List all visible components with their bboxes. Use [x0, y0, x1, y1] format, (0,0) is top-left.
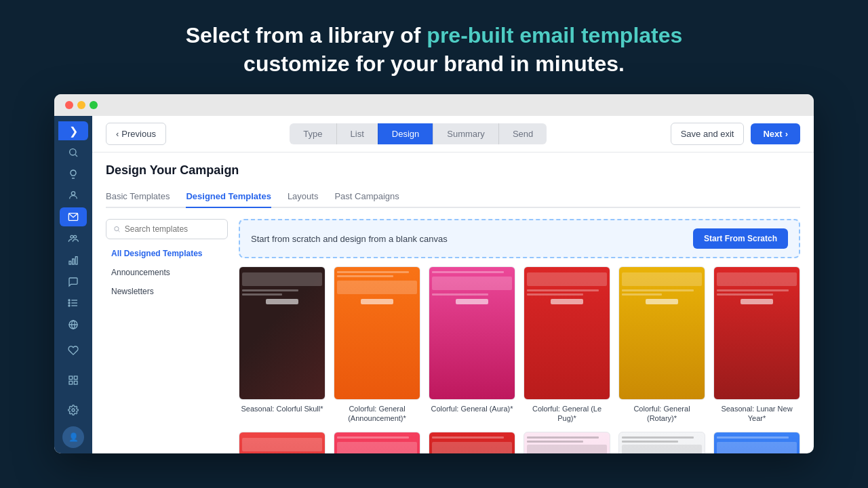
template-thumb-pink: [429, 266, 515, 400]
sidebar-icon-chart[interactable]: [60, 251, 87, 270]
next-arrow-icon: ›: [785, 129, 788, 139]
previous-label: Previous: [121, 129, 156, 139]
svg-point-2: [71, 192, 75, 195]
sidebar-icon-globe[interactable]: [60, 315, 87, 334]
svg-line-22: [118, 230, 119, 232]
category-announcements[interactable]: Announcements: [106, 264, 228, 281]
template-thumb-red-tiger: [713, 266, 800, 400]
category-all-designed[interactable]: All Designed Templates: [106, 245, 228, 262]
svg-rect-18: [69, 382, 73, 385]
template-card-cherry[interactable]: Colorful: General (Cherry)*: [334, 432, 420, 453]
next-label: Next: [763, 129, 782, 139]
main-content: ‹ Previous Type List Design Summary Send…: [92, 116, 814, 453]
next-button[interactable]: Next ›: [751, 123, 800, 144]
svg-point-20: [72, 409, 75, 411]
template-name-orange: Colorful: General (Announcement)*: [334, 404, 420, 424]
sidebar-bottom: 👤: [60, 337, 87, 448]
tab-send[interactable]: Send: [498, 123, 547, 144]
template-name-red-tiger: Seasonal: Lunar New Year*: [713, 404, 800, 424]
sidebar-icon-list[interactable]: [60, 294, 87, 313]
browser-chrome: [54, 94, 814, 116]
template-card-light-pink[interactable]: General: Newsletter (Pink)*: [524, 432, 610, 453]
template-thumb-skull: [239, 266, 326, 400]
sidebar-icon-email[interactable]: [60, 207, 87, 226]
svg-point-0: [70, 149, 76, 155]
template-name-yellow: Colorful: General (Rotary)*: [618, 404, 705, 424]
template-grid-row2: Seasonal: Lunar New Year 2*: [239, 432, 800, 453]
template-card-orange[interactable]: Colorful: General (Announcement)*: [334, 266, 420, 424]
template-card-red-lantern[interactable]: Seasonal: Lunar New Year 2*: [239, 432, 326, 453]
tab-type[interactable]: Type: [290, 123, 336, 144]
category-list: All Designed Templates Announcements New…: [106, 245, 228, 300]
template-thumb-light-pink: [524, 432, 610, 453]
template-card-pink[interactable]: Colorful: General (Aura)*: [429, 266, 515, 424]
left-panel: All Designed Templates Announcements New…: [106, 219, 228, 453]
save-exit-button[interactable]: Save and exit: [671, 123, 745, 145]
sidebar-icon-grid[interactable]: [60, 367, 87, 394]
sub-tabs: Basic Templates Designed Templates Layou…: [106, 186, 800, 208]
start-from-scratch-button[interactable]: Start From Scratch: [693, 228, 788, 249]
svg-rect-19: [74, 382, 77, 385]
template-card-password[interactable]: General: Password Reset*: [429, 432, 515, 453]
sidebar-icon-search[interactable]: [60, 143, 87, 162]
svg-point-4: [71, 235, 73, 238]
hero-text-before: Select from a library of: [186, 23, 427, 47]
template-card-red-dog[interactable]: Colorful: General (Le Pug)*: [524, 266, 610, 424]
tab-list[interactable]: List: [336, 123, 378, 144]
template-thumb-red-lantern: [239, 432, 326, 453]
scratch-bar: Start from scratch and design from a bla…: [239, 219, 800, 258]
previous-button[interactable]: ‹ Previous: [106, 123, 166, 145]
tab-design[interactable]: Design: [378, 123, 433, 144]
template-name-skull: Seasonal: Colorful Skull*: [239, 404, 326, 413]
template-card-skull[interactable]: Seasonal: Colorful Skull*: [239, 266, 326, 424]
search-box[interactable]: [106, 219, 228, 239]
sub-tab-basic[interactable]: Basic Templates: [106, 186, 170, 208]
template-card-red-tiger[interactable]: Seasonal: Lunar New Year*: [713, 266, 800, 424]
template-grid-row1: Seasonal: Colorful Skull*: [239, 266, 800, 424]
sidebar-icon-nav[interactable]: ❯: [58, 121, 88, 140]
svg-rect-17: [74, 376, 77, 380]
sub-tab-past[interactable]: Past Campaigns: [334, 186, 399, 208]
sidebar-icon-settings[interactable]: [60, 396, 87, 424]
svg-rect-7: [73, 259, 75, 264]
app-layout: ❯: [54, 116, 814, 453]
page-title: Design Your Campaign: [106, 163, 800, 178]
top-bar: ‹ Previous Type List Design Summary Send…: [92, 116, 814, 152]
sidebar-icon-chat[interactable]: [60, 272, 87, 291]
template-layout: All Designed Templates Announcements New…: [106, 219, 800, 453]
hero-text-after: customize for your brand in minutes.: [243, 52, 625, 76]
browser-maximize-dot[interactable]: [90, 101, 98, 109]
prev-arrow-icon: ‹: [116, 129, 119, 139]
template-thumb-password: [429, 432, 515, 453]
scratch-text: Start from scratch and design from a bla…: [251, 234, 448, 244]
sidebar-icon-group[interactable]: [60, 229, 87, 248]
template-thumb-cherry: [334, 432, 420, 453]
content-area: Design Your Campaign Basic Templates Des…: [92, 152, 814, 453]
browser-close-dot[interactable]: [65, 101, 73, 109]
sidebar-icon-heart[interactable]: [60, 337, 87, 364]
step-tabs: Type List Design Summary Send: [177, 123, 660, 144]
template-thumb-blue: [713, 432, 800, 453]
template-card-yellow[interactable]: Colorful: General (Rotary)*: [618, 266, 705, 424]
svg-point-5: [74, 235, 77, 238]
sidebar-icon-bulb[interactable]: [60, 165, 87, 184]
svg-point-21: [115, 227, 119, 231]
svg-rect-16: [69, 376, 73, 380]
template-thumb-red-dog: [524, 266, 610, 400]
tab-summary[interactable]: Summary: [433, 123, 498, 144]
svg-point-12: [68, 300, 70, 301]
search-input[interactable]: [125, 224, 220, 234]
hero-highlight: pre-built email templates: [427, 23, 682, 47]
browser-minimize-dot[interactable]: [77, 101, 85, 109]
sub-tab-designed[interactable]: Designed Templates: [186, 186, 271, 208]
sidebar-icon-avatar[interactable]: 👤: [62, 426, 84, 448]
template-card-gray[interactable]: General: Minimal (Gray)*: [618, 432, 705, 453]
category-newsletters[interactable]: Newsletters: [106, 283, 228, 300]
svg-point-14: [68, 305, 70, 306]
svg-rect-6: [69, 261, 71, 264]
sidebar-icon-person[interactable]: [60, 186, 87, 205]
template-card-blue[interactable]: General: Blue Sunset*: [713, 432, 800, 453]
template-name-pink: Colorful: General (Aura)*: [429, 404, 515, 413]
sub-tab-layouts[interactable]: Layouts: [288, 186, 319, 208]
template-thumb-orange: [334, 266, 420, 400]
